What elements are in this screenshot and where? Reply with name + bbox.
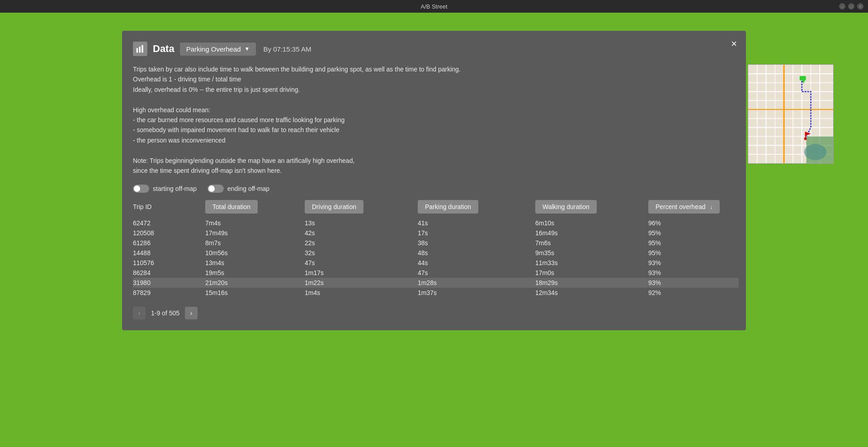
- col-header-trip-id: Trip ID: [133, 203, 205, 210]
- col-header-walking[interactable]: Walking duration: [535, 200, 648, 214]
- main-content: Data Parking Overhead ▼ By 07:15:35 AM ×…: [0, 13, 868, 348]
- cell-parking: 38s: [418, 239, 535, 247]
- starting-off-map-toggle[interactable]: starting off-map: [133, 185, 197, 193]
- cell-total: 10m56s: [205, 249, 305, 257]
- cell-driving: 1m22s: [305, 279, 418, 286]
- col-header-driving[interactable]: Driving duration: [305, 200, 418, 214]
- parking-duration-sort-btn[interactable]: Parking duration: [418, 200, 478, 214]
- cell-percent: 96%: [648, 219, 739, 227]
- cell-walking: 11m33s: [535, 259, 648, 266]
- dropdown-label: Parking Overhead: [186, 45, 241, 53]
- ending-off-map-label: ending off-map: [227, 185, 269, 192]
- cell-total: 13m4s: [205, 259, 305, 266]
- cell-total: 15m16s: [205, 289, 305, 296]
- cell-percent: 93%: [648, 259, 739, 266]
- starting-toggle-switch[interactable]: [133, 185, 149, 193]
- bar-chart-icon: [136, 44, 145, 53]
- total-duration-sort-btn[interactable]: Total duration: [205, 200, 258, 214]
- col-header-parking[interactable]: Parking duration: [418, 200, 535, 214]
- toggle-row: starting off-map ending off-map: [133, 185, 739, 193]
- cell-percent: 95%: [648, 249, 739, 257]
- cell-percent: 95%: [648, 239, 739, 247]
- cell-total: 17m49s: [205, 229, 305, 237]
- cell-total: 8m7s: [205, 239, 305, 247]
- table-section: Trip ID Total duration Driving duration: [133, 200, 739, 319]
- cell-trip-id: 61286: [133, 239, 205, 247]
- walking-duration-sort-btn[interactable]: Walking duration: [535, 200, 597, 214]
- col-header-total[interactable]: Total duration: [205, 200, 305, 214]
- cell-parking: 17s: [418, 229, 535, 237]
- cell-walking: 6m10s: [535, 219, 648, 227]
- cell-trip-id: 110576: [133, 259, 205, 266]
- cell-total: 21m20s: [205, 279, 305, 286]
- close-button[interactable]: ×: [731, 39, 737, 49]
- table-row: 61286 8m7s 22s 38s 7m6s 95%: [133, 238, 739, 248]
- cell-driving: 42s: [305, 229, 418, 237]
- cell-parking: 1m37s: [418, 289, 535, 296]
- table-row: 31980 21m20s 1m22s 1m28s 18m29s 93%: [133, 278, 739, 288]
- cell-trip-id: 31980: [133, 279, 205, 286]
- close-window-btn[interactable]: ×: [857, 3, 863, 10]
- cell-parking: 41s: [418, 219, 535, 227]
- data-icon: [133, 42, 147, 56]
- minimize-btn[interactable]: –: [839, 3, 845, 10]
- cell-percent: 95%: [648, 229, 739, 237]
- cell-driving: 1m17s: [305, 269, 418, 276]
- pagination: ‹ 1-9 of 505 ›: [133, 307, 739, 319]
- dialog-title: Data: [153, 43, 175, 55]
- cell-parking: 44s: [418, 259, 535, 266]
- svg-rect-1: [139, 47, 141, 52]
- table-row: 86284 19m5s 1m17s 47s 17m0s 93%: [133, 268, 739, 278]
- cell-walking: 12m34s: [535, 289, 648, 296]
- table-row: 120508 17m49s 42s 17s 16m49s 95%: [133, 228, 739, 238]
- svg-rect-2: [142, 45, 143, 53]
- cell-trip-id: 62472: [133, 219, 205, 227]
- left-panel: Trips taken by car also include time to …: [133, 64, 739, 319]
- col-header-percent[interactable]: Percent overhead ↓: [648, 200, 739, 214]
- dropdown-button[interactable]: Parking Overhead ▼: [180, 43, 256, 56]
- table-header: Trip ID Total duration Driving duration: [133, 200, 739, 214]
- cell-walking: 17m0s: [535, 269, 648, 276]
- table-row: 110576 13m4s 47s 44s 11m33s 93%: [133, 258, 739, 268]
- starting-off-map-label: starting off-map: [153, 185, 197, 192]
- percent-overhead-sort-btn[interactable]: Percent overhead ↓: [648, 200, 720, 214]
- ending-toggle-switch[interactable]: [208, 185, 224, 193]
- table-row: 14488 10m56s 32s 48s 9m35s 95%: [133, 248, 739, 258]
- svg-point-25: [804, 144, 826, 160]
- ending-off-map-toggle[interactable]: ending off-map: [208, 185, 269, 193]
- dialog-header: Data Parking Overhead ▼ By 07:15:35 AM: [133, 42, 735, 56]
- cell-walking: 9m35s: [535, 249, 648, 257]
- dropdown-arrow-icon: ▼: [245, 46, 250, 52]
- cell-driving: 13s: [305, 219, 418, 227]
- maximize-btn[interactable]: □: [848, 3, 854, 10]
- cell-percent: 93%: [648, 269, 739, 276]
- description-text: Trips taken by car also include time to …: [133, 64, 608, 176]
- driving-duration-sort-btn[interactable]: Driving duration: [305, 200, 363, 214]
- cell-trip-id: 86284: [133, 269, 205, 276]
- starting-toggle-knob: [134, 185, 140, 192]
- prev-page-btn[interactable]: ‹: [133, 307, 146, 319]
- timestamp: By 07:15:35 AM: [263, 45, 311, 53]
- cell-trip-id: 87829: [133, 289, 205, 296]
- cell-total: 7m4s: [205, 219, 305, 227]
- svg-point-30: [804, 137, 807, 140]
- next-page-btn[interactable]: ›: [185, 307, 198, 319]
- app-title: A/B Street: [420, 3, 447, 10]
- map-svg: [748, 65, 833, 163]
- table-row: 87829 15m16s 1m4s 1m37s 12m34s 92%: [133, 288, 739, 298]
- title-bar: A/B Street – □ ×: [0, 0, 868, 13]
- cell-driving: 32s: [305, 249, 418, 257]
- cell-walking: 7m6s: [535, 239, 648, 247]
- cell-total: 19m5s: [205, 269, 305, 276]
- sort-arrow-icon: ↓: [710, 204, 712, 210]
- content-area: Trips taken by car also include time to …: [133, 64, 735, 319]
- cell-driving: 47s: [305, 259, 418, 266]
- cell-parking: 47s: [418, 269, 535, 276]
- cell-parking: 1m28s: [418, 279, 535, 286]
- window-controls: – □ ×: [839, 3, 863, 10]
- map-image: [748, 64, 834, 164]
- dialog: Data Parking Overhead ▼ By 07:15:35 AM ×…: [122, 31, 746, 330]
- table-row: 62472 7m4s 13s 41s 6m10s 96%: [133, 218, 739, 228]
- svg-rect-0: [137, 48, 138, 52]
- cell-driving: 22s: [305, 239, 418, 247]
